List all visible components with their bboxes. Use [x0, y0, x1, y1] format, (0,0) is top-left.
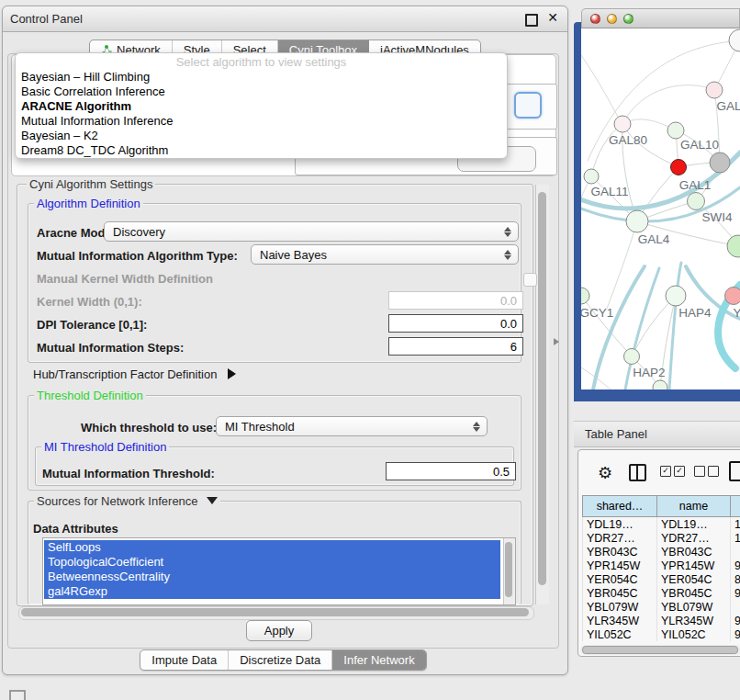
dpi-tolerance-field[interactable]: 0.0	[388, 314, 523, 333]
table-cell[interactable]: 9.	[731, 627, 740, 641]
kernel-width-field[interactable]: 0.0	[388, 291, 523, 310]
table-cell[interactable]: YDL19…	[657, 517, 731, 532]
table-cell[interactable]: 9.	[731, 586, 740, 600]
network-node[interactable]	[671, 160, 687, 175]
tab-impute-data[interactable]: Impute Data	[140, 650, 229, 670]
network-node[interactable]	[706, 82, 723, 98]
network-canvas[interactable]: GALGAL80GAL10GAL1GAL11SWI4GAL4GCY1HAP4YH…	[581, 28, 740, 390]
hub-definition-toggle[interactable]: Hub/Transcription Factor Definition	[33, 367, 236, 381]
table-cell[interactable]: YPR145W	[583, 559, 657, 572]
network-node[interactable]	[624, 349, 640, 365]
table-cell[interactable]: YER054C	[583, 572, 657, 586]
table-row[interactable]: YLR345WYLR345W9.	[583, 614, 740, 627]
network-node[interactable]	[710, 152, 730, 173]
table-cell[interactable]: YBL079W	[583, 600, 657, 614]
table-cell[interactable]: 9.	[731, 559, 740, 572]
mi-steps-field[interactable]: 6	[388, 337, 523, 356]
network-node[interactable]	[729, 29, 740, 51]
gear-icon[interactable]: ⚙	[598, 463, 612, 483]
table-row[interactable]: YBR043CYBR043C	[583, 545, 740, 559]
table-cell[interactable]: YBR043C	[657, 545, 731, 559]
settings-vertical-scrollbar[interactable]	[535, 185, 549, 604]
network-node[interactable]	[584, 169, 599, 184]
mi-type-select[interactable]: Naive Bayes	[251, 244, 519, 265]
table-cell[interactable]: YIL052C	[657, 627, 731, 641]
table-cell[interactable]: YER054C	[657, 572, 731, 586]
close-traffic-light-icon[interactable]	[590, 14, 600, 24]
close-icon[interactable]: ✕	[547, 10, 558, 25]
table-row[interactable]: YDL19…YDL19…13	[583, 517, 740, 532]
dropdown-item[interactable]: Mutual Information Inference	[16, 114, 507, 129]
attribute-item[interactable]: BetweennessCentrality	[44, 570, 500, 584]
table-cell[interactable]: 9.	[731, 614, 740, 627]
network-frame-border-bottom[interactable]	[574, 390, 740, 401]
node-table[interactable]: shared…nameAYDL19…YDL19…13YDR27…YDR27…12…	[582, 495, 740, 641]
attribute-item[interactable]: TopologicalCoefficient	[44, 555, 500, 570]
table-cell[interactable]: 13	[731, 517, 740, 532]
network-edge[interactable]	[622, 85, 714, 124]
network-edge[interactable]	[607, 221, 637, 309]
table-cell[interactable]: YPR145W	[657, 559, 731, 572]
aracne-mode-select[interactable]: Discovery	[104, 221, 519, 242]
minimize-traffic-light-icon[interactable]	[607, 14, 617, 24]
dropdown-item[interactable]: Bayesian – Hill Climbing	[16, 70, 507, 85]
attrlist-vscroll-thumb[interactable]	[505, 542, 512, 597]
network-edge[interactable]	[669, 263, 681, 390]
column-layout-icon[interactable]	[629, 464, 646, 481]
table-row[interactable]: YIL052CYIL052C9.	[583, 627, 740, 641]
network-node[interactable]	[727, 235, 740, 257]
dropdown-item[interactable]: Basic Correlation Inference	[16, 85, 507, 99]
checked-checkbox-icon[interactable]: ✓	[674, 466, 685, 477]
table-row[interactable]: YER054CYER054C8.	[583, 572, 740, 586]
table-row[interactable]: YBL079WYBL079W	[583, 600, 740, 614]
tab-infer-network[interactable]: Infer Network	[332, 650, 425, 670]
table-cell[interactable]: 12	[731, 531, 740, 545]
which-threshold-select[interactable]: MI Threshold	[216, 416, 488, 436]
dropdown-item[interactable]: ARACNE Algorithm	[16, 99, 507, 114]
network-node[interactable]	[688, 193, 705, 210]
table-hscrollbar[interactable]	[580, 645, 740, 655]
document-icon[interactable]	[729, 461, 740, 481]
network-edge[interactable]	[591, 124, 622, 176]
unchecked-checkbox-icon[interactable]	[694, 466, 705, 477]
dropdown-item[interactable]: Dream8 DC_TDC Algorithm	[16, 143, 507, 158]
network-node[interactable]	[666, 286, 686, 306]
table-cell[interactable]: YBR045C	[583, 586, 657, 600]
network-edge[interactable]	[581, 55, 622, 124]
table-cell[interactable]	[731, 545, 740, 559]
attribute-item[interactable]: SelfLoops	[44, 540, 500, 555]
tab-discretize-data[interactable]: Discretize Data	[229, 650, 332, 670]
column-header[interactable]: shared…	[583, 496, 657, 517]
network-window-titlebar[interactable]	[581, 8, 740, 28]
settings-hscroll-thumb[interactable]	[21, 608, 529, 616]
mi-threshold-field[interactable]: 0.5	[386, 462, 516, 480]
zoom-traffic-light-icon[interactable]	[623, 14, 633, 24]
table-cell[interactable]: YLR345W	[583, 614, 657, 627]
attribute-item[interactable]: gal4RGexp	[44, 584, 500, 599]
network-node[interactable]	[626, 210, 648, 232]
table-cell[interactable]: YLR345W	[657, 614, 731, 627]
table-row[interactable]: YDR27…YDR27…12	[583, 531, 740, 545]
unchecked-checkbox-icon[interactable]	[708, 466, 719, 477]
table-cell[interactable]: 8.	[731, 572, 740, 586]
network-node[interactable]	[667, 122, 684, 139]
table-hscroll-thumb[interactable]	[582, 646, 738, 654]
table-cell[interactable]	[731, 600, 740, 614]
apply-button[interactable]: Apply	[246, 620, 312, 641]
docked-panel-icon[interactable]	[9, 690, 26, 700]
table-cell[interactable]: YDL19…	[583, 517, 657, 532]
dropdown-item[interactable]: Bayesian – K2	[16, 129, 507, 143]
hidden-combo-focus-fragment[interactable]	[514, 92, 542, 119]
table-row[interactable]: YPR145WYPR145W9.	[583, 559, 740, 572]
table-cell[interactable]: YDR27…	[657, 531, 731, 545]
table-row[interactable]: YBR045CYBR045C9.	[583, 586, 740, 600]
table-cell[interactable]: YDR27…	[583, 531, 657, 545]
network-node[interactable]	[581, 288, 589, 304]
table-cell[interactable]: YBR045C	[657, 586, 731, 600]
settings-horizontal-scrollbar[interactable]	[18, 606, 534, 620]
data-attributes-list[interactable]: SelfLoopsTopologicalCoefficientBetweenne…	[42, 537, 516, 605]
splitpane-arrow-icon[interactable]	[554, 338, 559, 345]
checked-checkbox-icon[interactable]: ✓	[660, 466, 671, 477]
control-panel-titlebar[interactable]: Control Panel ✕	[3, 6, 567, 32]
table-header-row[interactable]: shared…nameA	[583, 496, 740, 517]
